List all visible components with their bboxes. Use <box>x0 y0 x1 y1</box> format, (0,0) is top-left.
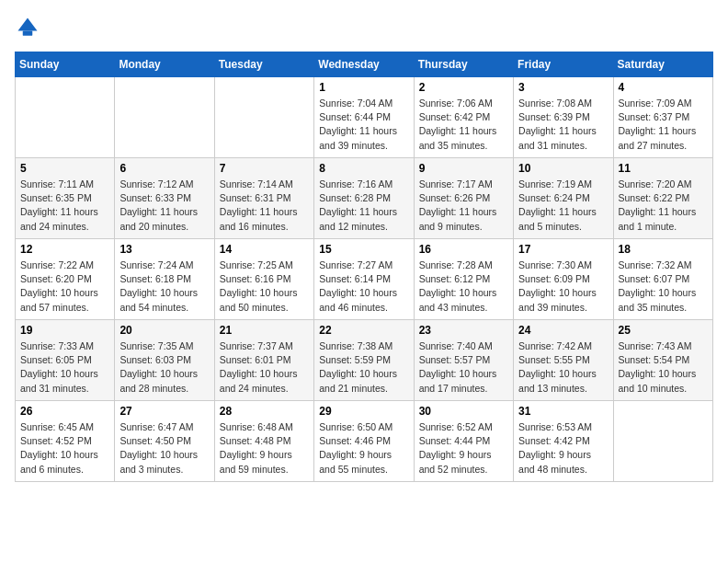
day-number: 9 <box>419 162 508 175</box>
header-cell-monday: Monday <box>115 52 214 77</box>
day-number: 13 <box>119 243 209 256</box>
day-info: Sunrise: 6:47 AM Sunset: 4:50 PM Dayligh… <box>119 420 209 477</box>
calendar-cell: 23Sunrise: 7:40 AM Sunset: 5:57 PM Dayli… <box>414 320 513 401</box>
calendar-cell <box>214 77 313 158</box>
day-number: 30 <box>419 405 508 418</box>
calendar-week-3: 12Sunrise: 7:22 AM Sunset: 6:20 PM Dayli… <box>16 239 713 320</box>
day-info: Sunrise: 7:33 AM Sunset: 6:05 PM Dayligh… <box>20 339 109 396</box>
header-cell-saturday: Saturday <box>613 52 712 77</box>
day-info: Sunrise: 7:12 AM Sunset: 6:33 PM Dayligh… <box>119 178 209 234</box>
calendar-cell: 8Sunrise: 7:16 AM Sunset: 6:28 PM Daylig… <box>314 158 414 239</box>
header-cell-thursday: Thursday <box>414 52 513 77</box>
day-info: Sunrise: 7:11 AM Sunset: 6:35 PM Dayligh… <box>20 178 109 234</box>
calendar-header: SundayMondayTuesdayWednesdayThursdayFrid… <box>16 52 713 77</box>
day-number: 20 <box>119 324 209 337</box>
calendar-week-1: 1Sunrise: 7:04 AM Sunset: 6:44 PM Daylig… <box>16 77 713 158</box>
day-info: Sunrise: 6:48 AM Sunset: 4:48 PM Dayligh… <box>220 420 309 477</box>
header-cell-sunday: Sunday <box>16 52 115 77</box>
day-number: 18 <box>619 243 708 256</box>
day-number: 26 <box>20 405 109 418</box>
day-number: 14 <box>220 243 309 256</box>
calendar-cell <box>613 401 712 482</box>
header-row: SundayMondayTuesdayWednesdayThursdayFrid… <box>16 52 713 77</box>
calendar-cell: 6Sunrise: 7:12 AM Sunset: 6:33 PM Daylig… <box>115 158 214 239</box>
calendar-cell: 11Sunrise: 7:20 AM Sunset: 6:22 PM Dayli… <box>613 158 712 239</box>
day-number: 15 <box>319 243 408 256</box>
calendar-cell: 31Sunrise: 6:53 AM Sunset: 4:42 PM Dayli… <box>514 401 613 482</box>
calendar-table: SundayMondayTuesdayWednesdayThursdayFrid… <box>15 52 713 482</box>
calendar-cell: 25Sunrise: 7:43 AM Sunset: 5:54 PM Dayli… <box>613 320 712 401</box>
calendar-cell: 1Sunrise: 7:04 AM Sunset: 6:44 PM Daylig… <box>314 77 414 158</box>
day-number: 28 <box>220 405 309 418</box>
day-info: Sunrise: 7:24 AM Sunset: 6:18 PM Dayligh… <box>119 259 209 315</box>
day-info: Sunrise: 7:16 AM Sunset: 6:28 PM Dayligh… <box>319 178 408 234</box>
calendar-cell: 3Sunrise: 7:08 AM Sunset: 6:39 PM Daylig… <box>514 77 613 158</box>
day-info: Sunrise: 7:20 AM Sunset: 6:22 PM Dayligh… <box>619 178 708 234</box>
day-info: Sunrise: 7:17 AM Sunset: 6:26 PM Dayligh… <box>419 178 508 234</box>
calendar-cell: 30Sunrise: 6:52 AM Sunset: 4:44 PM Dayli… <box>414 401 513 482</box>
calendar-cell: 2Sunrise: 7:06 AM Sunset: 6:42 PM Daylig… <box>414 77 513 158</box>
day-number: 2 <box>419 81 508 94</box>
calendar-cell: 13Sunrise: 7:24 AM Sunset: 6:18 PM Dayli… <box>115 239 214 320</box>
calendar-cell: 26Sunrise: 6:45 AM Sunset: 4:52 PM Dayli… <box>16 401 115 482</box>
day-number: 1 <box>319 81 408 94</box>
day-info: Sunrise: 6:50 AM Sunset: 4:46 PM Dayligh… <box>319 420 408 477</box>
calendar-cell: 18Sunrise: 7:32 AM Sunset: 6:07 PM Dayli… <box>613 239 712 320</box>
day-number: 23 <box>419 324 508 337</box>
calendar-body: 1Sunrise: 7:04 AM Sunset: 6:44 PM Daylig… <box>16 77 713 482</box>
day-number: 4 <box>619 81 708 94</box>
calendar-cell: 9Sunrise: 7:17 AM Sunset: 6:26 PM Daylig… <box>414 158 513 239</box>
day-info: Sunrise: 7:30 AM Sunset: 6:09 PM Dayligh… <box>518 259 608 315</box>
day-number: 27 <box>119 405 209 418</box>
day-number: 6 <box>119 162 209 175</box>
day-info: Sunrise: 7:14 AM Sunset: 6:31 PM Dayligh… <box>220 178 309 234</box>
day-number: 17 <box>518 243 608 256</box>
header-cell-wednesday: Wednesday <box>314 52 414 77</box>
day-number: 16 <box>419 243 508 256</box>
svg-marker-0 <box>18 18 38 31</box>
header-cell-friday: Friday <box>514 52 613 77</box>
calendar-cell <box>115 77 214 158</box>
header-cell-tuesday: Tuesday <box>214 52 313 77</box>
calendar-cell: 27Sunrise: 6:47 AM Sunset: 4:50 PM Dayli… <box>115 401 214 482</box>
calendar-cell: 28Sunrise: 6:48 AM Sunset: 4:48 PM Dayli… <box>214 401 313 482</box>
page-header <box>15 15 713 40</box>
day-info: Sunrise: 7:27 AM Sunset: 6:14 PM Dayligh… <box>319 259 408 315</box>
day-info: Sunrise: 7:25 AM Sunset: 6:16 PM Dayligh… <box>220 259 309 315</box>
day-number: 22 <box>319 324 408 337</box>
day-info: Sunrise: 7:06 AM Sunset: 6:42 PM Dayligh… <box>419 97 508 153</box>
calendar-cell <box>16 77 115 158</box>
logo <box>15 15 44 40</box>
calendar-week-2: 5Sunrise: 7:11 AM Sunset: 6:35 PM Daylig… <box>16 158 713 239</box>
day-number: 3 <box>518 81 608 94</box>
calendar-cell: 29Sunrise: 6:50 AM Sunset: 4:46 PM Dayli… <box>314 401 414 482</box>
day-number: 24 <box>518 324 608 337</box>
calendar-cell: 14Sunrise: 7:25 AM Sunset: 6:16 PM Dayli… <box>214 239 313 320</box>
day-info: Sunrise: 7:42 AM Sunset: 5:55 PM Dayligh… <box>518 339 608 396</box>
day-number: 10 <box>518 162 608 175</box>
calendar-week-4: 19Sunrise: 7:33 AM Sunset: 6:05 PM Dayli… <box>16 320 713 401</box>
day-info: Sunrise: 6:45 AM Sunset: 4:52 PM Dayligh… <box>20 420 109 477</box>
calendar-cell: 10Sunrise: 7:19 AM Sunset: 6:24 PM Dayli… <box>514 158 613 239</box>
day-info: Sunrise: 7:08 AM Sunset: 6:39 PM Dayligh… <box>518 97 608 153</box>
calendar-cell: 24Sunrise: 7:42 AM Sunset: 5:55 PM Dayli… <box>514 320 613 401</box>
day-number: 29 <box>319 405 408 418</box>
calendar-cell: 7Sunrise: 7:14 AM Sunset: 6:31 PM Daylig… <box>214 158 313 239</box>
day-number: 19 <box>20 324 109 337</box>
day-number: 11 <box>619 162 708 175</box>
day-number: 5 <box>20 162 109 175</box>
calendar-week-5: 26Sunrise: 6:45 AM Sunset: 4:52 PM Dayli… <box>16 401 713 482</box>
calendar-cell: 5Sunrise: 7:11 AM Sunset: 6:35 PM Daylig… <box>16 158 115 239</box>
calendar-cell: 22Sunrise: 7:38 AM Sunset: 5:59 PM Dayli… <box>314 320 414 401</box>
day-number: 12 <box>20 243 109 256</box>
day-info: Sunrise: 7:22 AM Sunset: 6:20 PM Dayligh… <box>20 259 109 315</box>
calendar-cell: 20Sunrise: 7:35 AM Sunset: 6:03 PM Dayli… <box>115 320 214 401</box>
day-info: Sunrise: 7:43 AM Sunset: 5:54 PM Dayligh… <box>619 339 708 396</box>
calendar-cell: 16Sunrise: 7:28 AM Sunset: 6:12 PM Dayli… <box>414 239 513 320</box>
logo-icon <box>15 15 40 40</box>
svg-rect-1 <box>23 31 33 36</box>
day-info: Sunrise: 7:28 AM Sunset: 6:12 PM Dayligh… <box>419 259 508 315</box>
day-number: 8 <box>319 162 408 175</box>
day-info: Sunrise: 7:09 AM Sunset: 6:37 PM Dayligh… <box>619 97 708 153</box>
calendar-cell: 17Sunrise: 7:30 AM Sunset: 6:09 PM Dayli… <box>514 239 613 320</box>
